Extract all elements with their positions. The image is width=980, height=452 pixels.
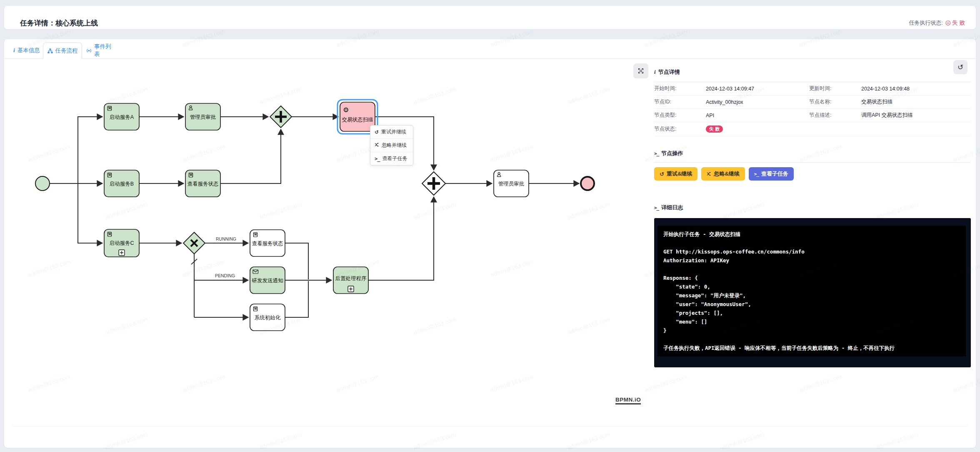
tab-event-list[interactable]: 事件列表 (86, 43, 116, 58)
status-badge: 失 败 (706, 126, 723, 133)
task-sys-init[interactable]: 系统初始化 (250, 304, 285, 331)
tab-label: 基本信息 (18, 47, 40, 54)
node-actions-title: >_ 节点操作 (654, 150, 971, 157)
tab-label: 任务流程 (55, 47, 78, 55)
start-time-value: 2024-12-03 14:09:47 (706, 86, 809, 92)
svg-text:后置处理程序: 后置处理程序 (335, 276, 367, 281)
page-title: 任务详情：核心系统上线 (20, 18, 98, 28)
tab-task-flow[interactable]: 任务流程 (43, 43, 82, 59)
sitemap-icon (48, 48, 53, 54)
frown-face-icon: ☹ (945, 20, 951, 26)
svg-text:管理员审批: 管理员审批 (190, 114, 216, 120)
node-type-value: API (706, 113, 809, 118)
svg-text:查看服务状态: 查看服务状态 (188, 181, 219, 187)
tab-basic-info[interactable]: i 基本信息 (13, 43, 43, 58)
svg-text:系统初始化: 系统初始化 (255, 315, 281, 321)
svg-text:查看服务状态: 查看服务状态 (252, 241, 283, 246)
svg-text:交易状态扫描: 交易状态扫描 (342, 117, 373, 123)
node-context-menu: ↺ 重试并继续 忽略并继续 >_ 查看子任务 (370, 125, 413, 166)
node-details-title: i 节点详情 (654, 63, 971, 76)
menu-item-skip-continue[interactable]: 忽略并继续 (370, 139, 413, 152)
menu-item-label: 查看子任务 (382, 155, 407, 162)
log-title: >_ 详细日志 (654, 204, 971, 211)
svg-text:启动服务C: 启动服务C (109, 240, 134, 246)
divider (654, 162, 971, 163)
task-admin-approve-2[interactable]: 管理员审批 (494, 170, 529, 197)
task-notify-dev[interactable]: 研发发送通知 (250, 267, 285, 294)
terminal-icon: >_ (375, 156, 380, 162)
update-time-value: 2024-12-03 14:09:48 (861, 86, 910, 92)
task-start-service-c[interactable]: 启动服务C (104, 229, 139, 257)
log-output: 开始执行子任务 - 交易状态扫描 GET http://kissops.ops-… (663, 230, 960, 352)
retry-continue-button[interactable]: ↺ 重试&继续 (654, 167, 698, 181)
retry-icon: ↺ (375, 129, 379, 135)
task-check-status-1[interactable]: 查看服务状态 (185, 170, 220, 197)
task-status-label: 任务执行状态: (909, 19, 943, 27)
task-status-value: 失 败 (952, 19, 965, 27)
gateway-parallel-join[interactable] (422, 172, 445, 195)
bpmn-canvas[interactable]: RUNNING PENDING 启动服务A 管理员审批 ⚙ 交易状态扫描 (4, 59, 650, 442)
subprocess-marker (348, 286, 354, 292)
view-subtask-button[interactable]: >_ 查看子任务 (749, 167, 794, 181)
task-start-service-b[interactable]: 启动服务B (104, 170, 139, 197)
refresh-button[interactable]: ↺ (953, 60, 968, 74)
task-admin-approve-1[interactable]: 管理员审批 (185, 103, 220, 130)
task-status: 任务执行状态: ☹ 失 败 (909, 19, 965, 27)
terminal-icon: >_ (654, 151, 659, 156)
expand-icon (637, 67, 645, 75)
skip-icon (707, 171, 711, 176)
retry-icon: ↺ (660, 171, 664, 177)
svg-text:研发发送通知: 研发发送通知 (252, 278, 283, 284)
flow-label-pending: PENDING (215, 273, 235, 278)
svg-text:管理员审批: 管理员审批 (498, 181, 525, 187)
header-bar: 任务详情：核心系统上线 任务执行状态: ☹ 失 败 (4, 6, 976, 29)
gateway-parallel-split[interactable] (270, 106, 292, 128)
gear-icon: ⚙ (343, 106, 349, 113)
task-start-service-a[interactable]: 启动服务A (104, 103, 139, 130)
skip-continue-button[interactable]: 忽略&继续 (701, 167, 745, 181)
broadcast-icon (86, 48, 92, 53)
menu-item-retry-continue[interactable]: ↺ 重试并继续 (370, 126, 413, 139)
info-icon: i (13, 47, 15, 54)
detail-row: 节点状态: 失 败 (654, 122, 971, 136)
end-event[interactable] (581, 177, 594, 190)
refresh-icon: ↺ (958, 63, 963, 72)
start-event[interactable] (35, 176, 50, 191)
svg-text:启动服务A: 启动服务A (110, 114, 134, 120)
subprocess-marker (119, 250, 125, 256)
node-name-value: 交易状态扫描 (861, 98, 892, 105)
bpmn-io-logo[interactable]: BPMN.iO (615, 397, 641, 404)
menu-item-label: 重试并继续 (381, 128, 406, 136)
tab-label: 事件列表 (94, 43, 116, 58)
detail-row: 开始时间:2024-12-03 14:09:47 更新时间:2024-12-03… (654, 82, 971, 95)
svg-text:启动服务B: 启动服务B (110, 181, 134, 187)
terminal-icon: >_ (754, 171, 759, 177)
fullscreen-button[interactable] (633, 63, 648, 78)
task-post-process[interactable]: 后置处理程序 (333, 267, 368, 294)
menu-item-label: 忽略并继续 (382, 142, 407, 149)
node-desc-value: 调用API 交易状态扫描 (861, 112, 913, 119)
node-id-value: Activity_00hzjox (706, 99, 809, 105)
sequence-flows: RUNNING PENDING (50, 117, 579, 317)
log-terminal: 开始执行子任务 - 交易状态扫描 GET http://kissops.ops-… (654, 218, 971, 367)
gateway-exclusive[interactable] (183, 232, 205, 254)
node-details-panel: i 节点详情 ↺ 开始时间:2024-12-03 14:09:47 更新时间:2… (654, 63, 971, 367)
info-icon: i (654, 69, 656, 75)
detail-row: 节点类型:API 节点描述:调用API 交易状态扫描 (654, 109, 971, 122)
page: 任务详情：核心系统上线 任务执行状态: ☹ 失 败 i 基本信息 任务流程 事件… (0, 0, 980, 452)
menu-item-view-subtask[interactable]: >_ 查看子任务 (370, 152, 413, 165)
detail-row: 节点ID:Activity_00hzjox 节点名称:交易状态扫描 (654, 95, 971, 109)
skip-icon (375, 142, 379, 148)
terminal-icon: >_ (654, 205, 659, 211)
flow-label-running: RUNNING (216, 236, 236, 241)
task-check-status-2[interactable]: 查看服务状态 (250, 230, 285, 256)
